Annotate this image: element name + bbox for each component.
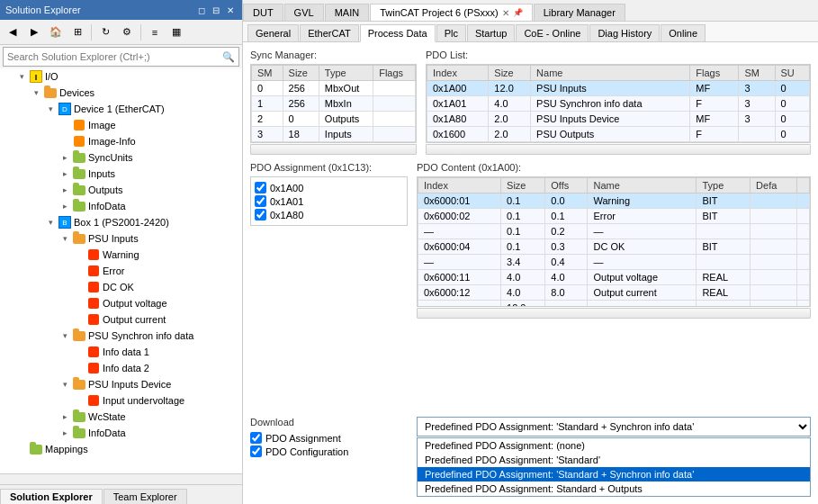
tab-plc[interactable]: Plc [436, 24, 466, 41]
pc-row-3[interactable]: 0x6000:04 0.1 0.3 DC OK BIT [418, 239, 810, 255]
tree-item-dcok[interactable]: DC OK [0, 279, 242, 295]
expand-device1[interactable] [43, 104, 58, 113]
expand-box1[interactable] [43, 218, 58, 227]
tree-item-image[interactable]: Image [0, 117, 242, 133]
pdo-assign-cb-2[interactable] [255, 209, 266, 220]
pc-row-1[interactable]: 0x6000:02 0.1 0.1 Error BIT [418, 209, 810, 224]
tab-processdata[interactable]: Process Data [360, 24, 436, 42]
tree-scrollbar-h[interactable] [0, 473, 242, 484]
pdo-list-scrollbar[interactable] [426, 144, 811, 155]
pdo-row-3[interactable]: 0x1600 2.0 PSU Outputs F 0 [427, 127, 810, 142]
tree-item-psu-sync[interactable]: PSU Synchron info data [0, 328, 242, 344]
settings-button[interactable]: ≡ [145, 22, 165, 42]
pdo-list-opt-standard-sync[interactable]: Predefined PDO Assignment: 'Standard + S… [418, 467, 810, 482]
tree-item-syncunits[interactable]: SyncUnits [0, 149, 242, 166]
tree-item-outvoltage[interactable]: Output voltage [0, 295, 242, 311]
pdo-predefined-select[interactable]: Predefined PDO Assignment: (none) Predef… [417, 417, 811, 436]
pdo-assign-item-2[interactable]: 0x1A80 [255, 208, 403, 221]
pdo-row-1[interactable]: 0x1A01 4.0 PSU Synchron info data F 3 0 [427, 96, 810, 112]
filter-button[interactable]: ⊞ [67, 22, 87, 42]
forward-button[interactable]: ▶ [24, 22, 44, 42]
pin-icon[interactable]: ◻ [195, 4, 208, 16]
doc-tab-gvl[interactable]: GVL [284, 4, 324, 21]
tree-item-warning[interactable]: Warning [0, 247, 242, 263]
tab-online[interactable]: Online [661, 24, 706, 41]
pdo-row-0[interactable]: 0x1A00 12.0 PSU Inputs MF 3 0 [427, 81, 810, 96]
close-icon[interactable]: ✕ [224, 4, 237, 16]
tree-item-inputunderv[interactable]: Input undervoltage [0, 392, 242, 409]
build-button[interactable]: ▦ [166, 22, 186, 42]
tab-solution-explorer[interactable]: Solution Explorer [0, 489, 103, 504]
tree-item-mappings[interactable]: Mappings [0, 441, 242, 457]
expand-devices[interactable] [29, 88, 43, 97]
tree-item-psu-inputs[interactable]: PSU Inputs [0, 230, 242, 247]
tree-item-outputs[interactable]: Outputs [0, 182, 242, 198]
tree-item-box1[interactable]: B Box 1 (PS2001-2420) [0, 214, 242, 230]
tree-item-infodata[interactable]: InfoData [0, 198, 242, 214]
pdo-list-opt-standard-outputs[interactable]: Predefined PDO Assignment: Standard + Ou… [418, 482, 810, 496]
tab-team-explorer[interactable]: Team Explorer [103, 489, 187, 504]
expand-wcstate[interactable] [58, 412, 72, 421]
tab-general[interactable]: General [247, 24, 299, 41]
dock-icon[interactable]: ⊟ [210, 4, 222, 16]
expand-psu-inputs[interactable] [58, 234, 72, 243]
expand-psu-inputs-dev[interactable] [58, 380, 72, 389]
tree-item-infodata2[interactable]: Info data 2 [0, 360, 242, 376]
tree-item-devices[interactable]: Devices [0, 85, 242, 101]
expand-psu-sync[interactable] [58, 331, 72, 340]
expand-io[interactable] [14, 72, 29, 81]
gear-button[interactable]: ⚙ [117, 22, 137, 42]
pc-row-7[interactable]: 12.0 [418, 301, 810, 308]
tree-item-outcurrent[interactable]: Output current [0, 311, 242, 328]
pdo-assign-item-0[interactable]: 0x1A00 [255, 181, 403, 194]
tab-diag-history[interactable]: Diag History [589, 24, 660, 41]
pc-row-2[interactable]: — 0.1 0.2 — [418, 224, 810, 239]
sm-scrollbar[interactable] [250, 144, 417, 155]
doc-tab-project-close[interactable]: ✕ [502, 8, 509, 18]
refresh-button[interactable]: ↻ [95, 22, 115, 42]
pdo-content-scrollbar[interactable] [417, 308, 811, 319]
tree-item-io[interactable]: I I/O [0, 68, 242, 85]
pdo-list-opt-standard[interactable]: Predefined PDO Assignment: 'Standard' [418, 453, 810, 467]
download-pdo-assign[interactable]: PDO Assignment [250, 431, 408, 445]
tree-item-infodata-b[interactable]: InfoData [0, 425, 242, 441]
doc-tab-project[interactable]: TwinCAT Project 6 (PSxxx) ✕ 📌 [370, 4, 533, 22]
tree-item-wcstate[interactable]: WcState [0, 409, 242, 425]
pdo-assign-item-1[interactable]: 0x1A01 [255, 194, 403, 208]
pdo-row-2[interactable]: 0x1A80 2.0 PSU Inputs Device MF 3 0 [427, 112, 810, 127]
expand-infodata[interactable] [58, 202, 72, 211]
expand-syncunits[interactable] [58, 153, 72, 162]
expand-inputs[interactable] [58, 169, 72, 178]
tab-coe-online[interactable]: CoE - Online [516, 24, 589, 41]
pdo-assign-cb-0[interactable] [255, 182, 266, 194]
pc-row-5[interactable]: 0x6000:11 4.0 4.0 Output voltage REAL [418, 270, 810, 285]
doc-tab-library[interactable]: Library Manager [534, 4, 625, 21]
download-pdo-config-cb[interactable] [250, 446, 262, 457]
expand-outputs[interactable] [58, 185, 72, 194]
home-button[interactable]: 🏠 [46, 22, 66, 42]
doc-tab-main[interactable]: MAIN [325, 4, 370, 21]
search-input[interactable] [7, 51, 222, 62]
pdo-assign-cb-1[interactable] [255, 195, 266, 207]
tree-item-error[interactable]: Error [0, 263, 242, 279]
tree-item-inputs[interactable]: Inputs [0, 166, 242, 182]
tree-item-imageinfo[interactable]: Image-Info [0, 133, 242, 149]
tab-ethercat[interactable]: EtherCAT [300, 24, 358, 41]
sm-row-2[interactable]: 2 0 Outputs [252, 112, 416, 127]
pc-row-4[interactable]: — 3.4 0.4 — [418, 255, 810, 270]
sm-row-0[interactable]: 0 256 MbxOut [252, 81, 416, 96]
tree-item-infodata1[interactable]: Info data 1 [0, 344, 242, 360]
tree-item-device1[interactable]: D Device 1 (EtherCAT) [0, 101, 242, 117]
expand-infodata-b[interactable] [58, 428, 72, 437]
doc-tab-dut[interactable]: DUT [243, 4, 283, 21]
download-pdo-config[interactable]: PDO Configuration [250, 445, 408, 458]
tree-item-psu-inputs-dev[interactable]: PSU Inputs Device [0, 376, 242, 392]
pdo-list-opt-none[interactable]: Predefined PDO Assignment: (none) [418, 438, 810, 453]
pc-row-0[interactable]: 0x6000:01 0.1 0.0 Warning BIT [418, 194, 810, 209]
sm-row-1[interactable]: 1 256 MbxIn [252, 96, 416, 112]
sm-row-3[interactable]: 3 18 Inputs [252, 127, 416, 142]
back-button[interactable]: ◀ [3, 22, 22, 42]
tab-startup[interactable]: Startup [467, 24, 515, 41]
download-pdo-assign-cb[interactable] [250, 432, 262, 444]
doc-tab-project-pin[interactable]: 📌 [513, 8, 523, 17]
